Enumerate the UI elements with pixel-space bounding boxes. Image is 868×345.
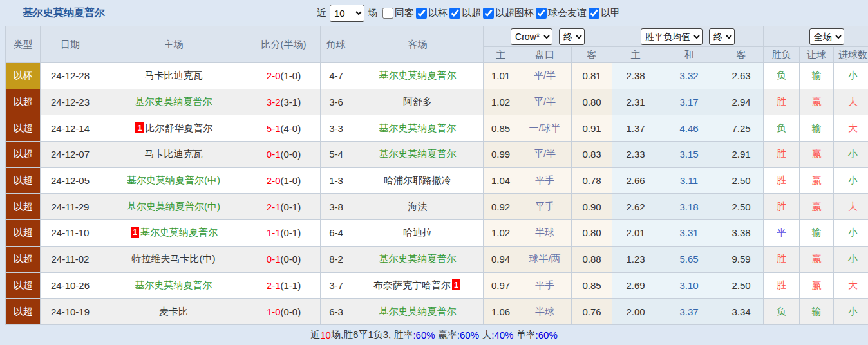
team-name: 基尔史莫纳夏普尔 xyxy=(140,227,218,238)
cell-home-team: 基尔史莫纳夏普尔(中) xyxy=(100,167,247,194)
filter-3[interactable]: 以超图杯 xyxy=(483,7,534,19)
cell-score: 5-1(4-0) xyxy=(247,115,321,142)
cell-odds-home: 0.94 xyxy=(484,246,518,272)
filter-checkbox[interactable] xyxy=(589,8,599,19)
team-name: 基尔史莫纳夏普尔 xyxy=(379,148,457,159)
recent-count-select[interactable]: 10 xyxy=(330,5,364,22)
filter-4[interactable]: 球会友谊 xyxy=(536,7,587,19)
filter-0[interactable]: 同客 xyxy=(382,7,414,19)
filter-checkbox[interactable] xyxy=(449,8,460,19)
scope-select[interactable]: 全场 xyxy=(809,28,844,45)
cell-odds-handicap: 球半/两 xyxy=(518,246,572,272)
team-name: 海法 xyxy=(408,201,428,212)
cell-away-team: 基尔史莫纳夏普尔 xyxy=(352,63,484,89)
fulltime-score: 2-0 xyxy=(267,70,281,81)
cell-away-team: 海法 xyxy=(352,194,484,220)
cell-avg-away: 2.50 xyxy=(719,272,764,299)
col-header-corners: 角球 xyxy=(321,26,352,63)
fulltime-score: 0-1 xyxy=(267,254,281,265)
cell-odds-home: 0.99 xyxy=(484,142,518,168)
cell-home-team: 麦卡比 xyxy=(100,299,247,325)
subcol-header-avg-home: 主 xyxy=(612,47,659,63)
cell-avg-away: 9.59 xyxy=(719,246,764,272)
cell-result-goals: 小 xyxy=(834,246,868,272)
cell-odds-away: 0.83 xyxy=(572,142,612,168)
team-title: 基尔史莫纳夏普尔 xyxy=(23,6,105,20)
summary-segment: :60% xyxy=(413,330,435,340)
summary-segment: :60% xyxy=(457,330,479,340)
bookmaker-select[interactable]: Crow* xyxy=(511,28,552,45)
cell-home-team: 1比尔舒华夏普尔 xyxy=(100,115,247,142)
fulltime-score: 2-0 xyxy=(267,175,281,186)
red-card-badge: 1 xyxy=(452,279,460,290)
cell-avg-home: 2.31 xyxy=(612,89,659,115)
cell-result-goals: 大 xyxy=(834,89,868,115)
cell-home-team: 特拉维夫马卡比(中) xyxy=(100,246,247,272)
table-row: 以超24-12-141比尔舒华夏普尔5-1(4-0)3-3基尔史莫纳夏普尔0.8… xyxy=(6,115,868,142)
filter-1[interactable]: 以杯 xyxy=(416,7,448,19)
cell-away-team: 阿舒多 xyxy=(352,89,484,115)
cell-avg-draw: 3.10 xyxy=(659,272,719,299)
filter-2[interactable]: 以超 xyxy=(449,7,481,19)
table-row: 以超24-12-05基尔史莫纳夏普尔(中)2-0(1-0)1-3哈浦尔耶路撒冷1… xyxy=(6,167,868,194)
cell-score: 3-2(3-1) xyxy=(247,89,321,115)
cell-odds-home: 1.02 xyxy=(484,220,518,247)
cell-avg-home: 2.66 xyxy=(612,167,659,194)
cell-date: 24-10-19 xyxy=(41,299,100,325)
table-row: 以超24-10-19麦卡比1-0(0-0)6-3基尔史莫纳夏普尔1.06半球0.… xyxy=(6,299,868,325)
cell-home-team: 基尔史莫纳夏普尔 xyxy=(100,272,247,299)
fulltime-score: 1-0 xyxy=(267,306,281,317)
cell-avg-away: 2.50 xyxy=(719,167,764,194)
cell-result-outcome: 负 xyxy=(764,115,800,142)
cell-avg-draw: 3.37 xyxy=(659,299,719,325)
col-header-type: 类型 xyxy=(6,26,41,63)
fulltime-score: 2-1 xyxy=(267,201,281,212)
filter-5[interactable]: 以甲 xyxy=(589,7,620,19)
filter-checkbox[interactable] xyxy=(416,8,427,19)
fulltime-score: 2-1 xyxy=(267,280,281,291)
cell-result-handicap: 输 xyxy=(800,220,834,247)
table-row: 以超24-12-23基尔史莫纳夏普尔3-2(3-1)3-6阿舒多1.02平/半0… xyxy=(6,89,868,115)
filter-label: 以超 xyxy=(462,7,481,19)
cell-type: 以超 xyxy=(6,115,41,142)
cell-date: 24-12-23 xyxy=(41,89,100,115)
cell-odds-home: 0.92 xyxy=(484,194,518,220)
cell-away-team: 布奈萨克宁哈普尔1 xyxy=(352,272,484,299)
odds-stage-select-2[interactable]: 终 xyxy=(709,28,735,45)
fulltime-score: 1-1 xyxy=(267,227,281,238)
filter-group: 同客以杯以超以超图杯球会友谊以甲 xyxy=(381,7,620,19)
filter-checkbox[interactable] xyxy=(536,8,547,19)
cell-odds-home: 1.04 xyxy=(484,167,518,194)
team-name: 哈迪拉 xyxy=(403,227,432,238)
cell-score: 2-0(1-0) xyxy=(247,167,321,194)
cell-result-handicap: 输 xyxy=(800,299,834,325)
cell-odds-home: 1.01 xyxy=(484,63,518,89)
subcol-header-avg-away: 客 xyxy=(719,47,764,63)
cell-result-outcome: 胜 xyxy=(764,142,800,168)
average-odds-select[interactable]: 胜平负均值 xyxy=(641,28,703,45)
table-row: 以超24-11-101基尔史莫纳夏普尔1-1(0-1)6-4哈迪拉1.02半球0… xyxy=(6,220,868,247)
cell-avg-away: 3.38 xyxy=(719,220,764,247)
cell-odds-away: 0.88 xyxy=(572,246,612,272)
subcol-header-avg-draw: 和 xyxy=(659,47,719,63)
fulltime-score: 3-2 xyxy=(267,97,281,107)
filter-checkbox[interactable] xyxy=(483,8,494,19)
cell-result-goals: 小 xyxy=(834,63,868,89)
cell-corners: 3-8 xyxy=(321,194,352,220)
match-table-wrap: 类型 日期 主场 比分(半场) 角球 客场 Crow* 终 胜平负均值 终 xyxy=(5,26,868,325)
filter-checkbox[interactable] xyxy=(382,8,393,19)
cell-score: 1-1(0-1) xyxy=(247,220,321,247)
cell-odds-handicap: 平/半 xyxy=(518,63,572,89)
summary-segment: 大 xyxy=(479,329,491,341)
summary-segment: :60% xyxy=(536,330,558,340)
cell-avg-draw: 3.15 xyxy=(659,142,719,168)
cell-avg-draw: 3.31 xyxy=(659,220,719,247)
match-table: 类型 日期 主场 比分(半场) 角球 客场 Crow* 终 胜平负均值 终 xyxy=(5,26,868,325)
cell-type: 以超 xyxy=(6,194,41,220)
summary-segment: 近 xyxy=(310,329,320,341)
cell-avg-home: 2.62 xyxy=(612,194,659,220)
bookmaker-select-cell: Crow* 终 xyxy=(484,26,612,47)
odds-stage-select-1[interactable]: 终 xyxy=(559,28,585,45)
halftime-score: (1-0) xyxy=(281,175,301,186)
halftime-score: (0-1) xyxy=(281,227,301,238)
